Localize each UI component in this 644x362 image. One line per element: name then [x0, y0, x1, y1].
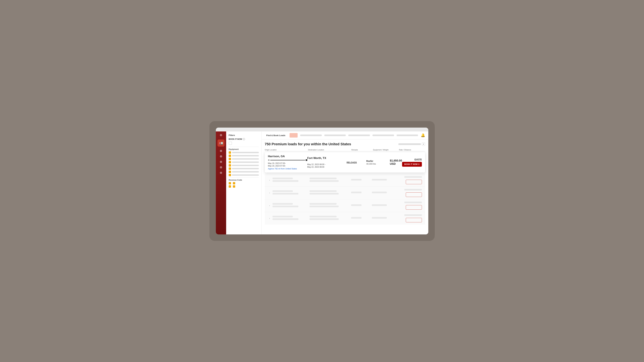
dest-spacer	[307, 160, 346, 163]
nav-truck-icon[interactable]: 🚛	[218, 139, 224, 147]
ph-dest-bar-3b	[310, 206, 339, 207]
col-origin: Origin Location	[265, 149, 308, 151]
checkbox-1[interactable]	[229, 151, 231, 154]
nav-item-2[interactable]	[324, 134, 346, 136]
filter-bar-7	[232, 171, 259, 172]
ph-dest-bar-4b	[310, 218, 339, 220]
ph-bar-1b	[272, 180, 298, 182]
nav-item-1[interactable]	[300, 134, 322, 136]
nav-dot-5	[220, 166, 222, 168]
origin-col: Harrison, GA May 19, 2023 07:00- May 19,…	[268, 155, 307, 170]
rate-actions-col: $1,650.00 USD QUOTE BOOK IT NOW ®	[390, 158, 422, 167]
col-rate: Rate / Distance	[399, 149, 425, 151]
ph-equip-bar-4	[372, 217, 387, 219]
nav-item-5[interactable]	[396, 134, 418, 136]
row-content-4	[272, 216, 310, 221]
expand-chevron-2[interactable]: ›	[268, 191, 271, 195]
ph-dest-bar-4	[310, 216, 336, 217]
ph-equip-4	[372, 217, 397, 220]
origin-city: Harrison, GA	[268, 155, 307, 158]
revenue-item-3	[229, 185, 232, 188]
origin-date2: May 19, 2023 07:00-	[268, 165, 307, 167]
checkbox-3[interactable]	[229, 158, 231, 160]
sort-dropdown-arrow[interactable]: ▾	[422, 143, 425, 146]
loads-section: 750 Premium loads for you within the Uni…	[262, 139, 428, 234]
nav-item-3[interactable]	[348, 134, 370, 136]
ph-rate-bar-4	[404, 214, 422, 216]
col-destination: Destination Location	[308, 149, 352, 151]
ph-rate-bar-3	[404, 202, 422, 203]
rev-checkbox-4[interactable]	[233, 185, 235, 188]
expand-chevron-1[interactable]: ›	[268, 179, 271, 182]
rev-checkbox-3[interactable]	[229, 185, 231, 188]
book-it-now-toggle[interactable]	[229, 142, 232, 145]
equipment-weight: 40,000 lbs	[366, 163, 390, 165]
quote-button[interactable]: QUOTE	[414, 158, 422, 161]
rate-value: $1,650.00 USD	[390, 159, 402, 166]
origin-date1: May 19, 2023 07:00-	[268, 162, 307, 164]
checkbox-8[interactable]	[229, 174, 231, 176]
reloads-col: RELOADS	[346, 161, 366, 164]
equipment-col: Reefer 40,000 lbs	[366, 160, 390, 165]
nav-dot-3	[220, 155, 222, 157]
checkbox-6[interactable]	[229, 167, 231, 170]
rev-checkbox-1[interactable]	[229, 182, 231, 184]
revenue-row-1	[229, 182, 259, 184]
ph-dest-bar-1	[310, 178, 336, 179]
equipment-label: Equipment	[229, 148, 259, 150]
screen-wrapper: 🚛 Filters BOOK-IT-NOW i Equipment	[210, 121, 435, 241]
ph-equip-bar-2	[372, 192, 387, 193]
main-content: Find & Book Loads 🔔 750 Premium loads fo…	[262, 131, 428, 234]
ph-dest-1	[310, 178, 351, 183]
quote-placeholder-2[interactable]	[406, 192, 422, 197]
quote-placeholder-4[interactable]	[406, 218, 422, 222]
checkbox-2[interactable]	[229, 155, 231, 157]
filter-row-4	[229, 161, 259, 163]
dest-city: Fort Worth, TX	[307, 157, 346, 160]
quote-placeholder-3[interactable]	[406, 205, 422, 210]
col-equipment: Equipment / Weight	[373, 149, 399, 151]
ph-reload-4	[351, 217, 372, 220]
sort-bar	[398, 143, 421, 145]
placeholder-row-2: ›	[265, 186, 425, 199]
ph-dest-2	[310, 190, 351, 195]
rev-checkbox-2[interactable]	[233, 182, 235, 184]
active-tab-highlight	[290, 133, 298, 138]
revenue-item-2	[233, 182, 236, 184]
quote-placeholder-1[interactable]	[406, 180, 422, 184]
checkbox-5[interactable]	[229, 164, 231, 167]
ph-rate-3	[397, 202, 422, 210]
filter-bar-1	[232, 152, 259, 153]
ph-reload-2	[351, 192, 372, 194]
find-book-tab[interactable]: Find & Book Loads	[265, 133, 287, 138]
expand-chevron-4[interactable]: ›	[268, 217, 271, 220]
destination-col: Fort Worth, TX May 22, 2023 08:00 - May …	[307, 157, 346, 168]
filter-row-3	[229, 158, 259, 160]
browser-window: 🚛 Filters BOOK-IT-NOW i Equipment	[216, 128, 428, 234]
checkbox-4[interactable]	[229, 161, 231, 163]
expand-chevron-3[interactable]: ›	[268, 204, 271, 207]
checkbox-7[interactable]	[229, 171, 231, 173]
route-start-dot	[268, 159, 270, 161]
bell-icon[interactable]: 🔔	[421, 133, 425, 137]
action-buttons: QUOTE BOOK IT NOW ®	[402, 158, 422, 167]
book-it-now-button[interactable]: BOOK IT NOW ®	[402, 162, 422, 167]
route-end-square	[306, 159, 307, 161]
nav-item-4[interactable]	[372, 134, 394, 136]
ph-reload-3	[351, 204, 372, 207]
ph-rate-bar-2	[404, 189, 422, 190]
nav-dot-1	[220, 134, 222, 136]
filter-bar-8	[232, 174, 259, 176]
filters-panel: Filters BOOK-IT-NOW i Equipment	[226, 131, 262, 234]
filter-row-1	[229, 151, 259, 154]
revenue-item-4	[233, 185, 236, 188]
reloads-link[interactable]: RELOADS	[346, 161, 357, 164]
nav-dot-4	[220, 161, 222, 163]
dest-date1: May 22, 2023 08:00 -	[307, 163, 346, 166]
ph-reload-bar-1	[351, 179, 362, 181]
row-content-1	[272, 178, 310, 183]
filter-row-7	[229, 171, 259, 173]
ph-bar-3a	[272, 203, 293, 205]
loads-summary: 750 Premium loads for you within the Uni…	[265, 142, 351, 146]
ph-equip-3	[372, 204, 397, 207]
